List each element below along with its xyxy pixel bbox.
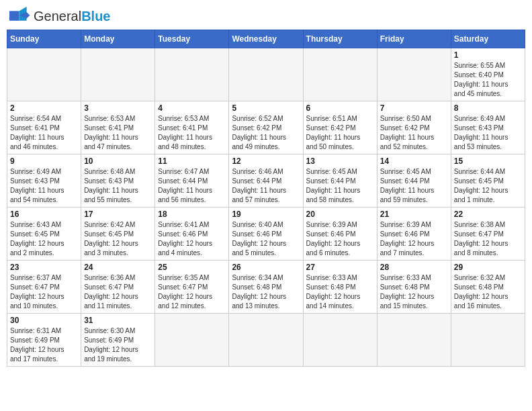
calendar-cell: 22Sunrise: 6:38 AM Sunset: 6:47 PM Dayli… bbox=[451, 208, 525, 261]
calendar-cell: 27Sunrise: 6:33 AM Sunset: 6:48 PM Dayli… bbox=[303, 261, 377, 314]
calendar-cell: 5Sunrise: 6:52 AM Sunset: 6:42 PM Daylig… bbox=[229, 101, 303, 154]
day-info: Sunrise: 6:39 AM Sunset: 6:46 PM Dayligh… bbox=[306, 220, 374, 258]
day-number: 15 bbox=[454, 156, 522, 166]
calendar-cell: 11Sunrise: 6:47 AM Sunset: 6:44 PM Dayli… bbox=[155, 154, 229, 208]
day-info: Sunrise: 6:42 AM Sunset: 6:45 PM Dayligh… bbox=[84, 220, 152, 258]
calendar-cell: 19Sunrise: 6:40 AM Sunset: 6:46 PM Dayli… bbox=[229, 208, 303, 261]
page-header: GeneralBlue bbox=[7, 7, 525, 26]
day-number: 5 bbox=[232, 103, 300, 113]
day-info: Sunrise: 6:54 AM Sunset: 6:41 PM Dayligh… bbox=[10, 114, 78, 152]
weekday-header-wednesday: Wednesday bbox=[229, 30, 303, 48]
day-info: Sunrise: 6:34 AM Sunset: 6:48 PM Dayligh… bbox=[232, 273, 300, 311]
day-number: 23 bbox=[10, 263, 78, 272]
calendar-cell: 3Sunrise: 6:53 AM Sunset: 6:41 PM Daylig… bbox=[81, 101, 155, 154]
day-number: 20 bbox=[306, 210, 374, 219]
day-info: Sunrise: 6:33 AM Sunset: 6:48 PM Dayligh… bbox=[306, 273, 374, 311]
day-number: 22 bbox=[454, 210, 522, 219]
calendar-cell bbox=[377, 48, 451, 101]
day-number: 31 bbox=[84, 316, 152, 325]
day-number: 10 bbox=[84, 156, 152, 166]
day-number: 26 bbox=[232, 263, 300, 272]
weekday-header-row: SundayMondayTuesdayWednesdayThursdayFrid… bbox=[7, 30, 525, 48]
calendar-cell: 12Sunrise: 6:46 AM Sunset: 6:44 PM Dayli… bbox=[229, 154, 303, 208]
day-number: 13 bbox=[306, 156, 374, 166]
calendar-cell: 18Sunrise: 6:41 AM Sunset: 6:46 PM Dayli… bbox=[155, 208, 229, 261]
calendar: SundayMondayTuesdayWednesdayThursdayFrid… bbox=[7, 30, 525, 367]
calendar-cell: 17Sunrise: 6:42 AM Sunset: 6:45 PM Dayli… bbox=[81, 208, 155, 261]
logo-text: GeneralBlue bbox=[34, 9, 111, 24]
logo-icon bbox=[9, 7, 31, 26]
day-number: 28 bbox=[380, 263, 448, 272]
day-number: 14 bbox=[380, 156, 448, 166]
day-info: Sunrise: 6:45 AM Sunset: 6:44 PM Dayligh… bbox=[306, 167, 374, 205]
calendar-week-2: 2Sunrise: 6:54 AM Sunset: 6:41 PM Daylig… bbox=[7, 101, 525, 154]
day-info: Sunrise: 6:51 AM Sunset: 6:42 PM Dayligh… bbox=[306, 114, 374, 152]
calendar-cell: 15Sunrise: 6:44 AM Sunset: 6:45 PM Dayli… bbox=[451, 154, 525, 208]
calendar-cell: 25Sunrise: 6:35 AM Sunset: 6:47 PM Dayli… bbox=[155, 261, 229, 314]
calendar-cell: 7Sunrise: 6:50 AM Sunset: 6:42 PM Daylig… bbox=[377, 101, 451, 154]
day-info: Sunrise: 6:39 AM Sunset: 6:46 PM Dayligh… bbox=[380, 220, 448, 258]
calendar-cell: 24Sunrise: 6:36 AM Sunset: 6:47 PM Dayli… bbox=[81, 261, 155, 314]
day-info: Sunrise: 6:53 AM Sunset: 6:41 PM Dayligh… bbox=[84, 114, 152, 152]
calendar-cell: 28Sunrise: 6:33 AM Sunset: 6:48 PM Dayli… bbox=[377, 261, 451, 314]
calendar-week-3: 9Sunrise: 6:49 AM Sunset: 6:43 PM Daylig… bbox=[7, 154, 525, 208]
day-number: 4 bbox=[158, 103, 226, 113]
weekday-header-thursday: Thursday bbox=[303, 30, 377, 48]
day-number: 11 bbox=[158, 156, 226, 166]
calendar-cell: 20Sunrise: 6:39 AM Sunset: 6:46 PM Dayli… bbox=[303, 208, 377, 261]
calendar-week-6: 30Sunrise: 6:31 AM Sunset: 6:49 PM Dayli… bbox=[7, 314, 525, 367]
calendar-cell: 26Sunrise: 6:34 AM Sunset: 6:48 PM Dayli… bbox=[229, 261, 303, 314]
calendar-cell bbox=[303, 314, 377, 367]
day-info: Sunrise: 6:31 AM Sunset: 6:49 PM Dayligh… bbox=[10, 326, 78, 364]
weekday-header-monday: Monday bbox=[81, 30, 155, 48]
day-number: 18 bbox=[158, 210, 226, 219]
day-number: 7 bbox=[380, 103, 448, 113]
logo-general: General bbox=[34, 9, 81, 24]
calendar-cell: 9Sunrise: 6:49 AM Sunset: 6:43 PM Daylig… bbox=[7, 154, 81, 208]
calendar-cell: 14Sunrise: 6:45 AM Sunset: 6:44 PM Dayli… bbox=[377, 154, 451, 208]
day-number: 3 bbox=[84, 103, 152, 113]
weekday-header-tuesday: Tuesday bbox=[155, 30, 229, 48]
calendar-cell bbox=[229, 314, 303, 367]
day-number: 19 bbox=[232, 210, 300, 219]
calendar-week-1: 1Sunrise: 6:55 AM Sunset: 6:40 PM Daylig… bbox=[7, 48, 525, 101]
day-info: Sunrise: 6:55 AM Sunset: 6:40 PM Dayligh… bbox=[454, 61, 522, 99]
calendar-cell: 16Sunrise: 6:43 AM Sunset: 6:45 PM Dayli… bbox=[7, 208, 81, 261]
calendar-cell: 29Sunrise: 6:32 AM Sunset: 6:48 PM Dayli… bbox=[451, 261, 525, 314]
day-info: Sunrise: 6:47 AM Sunset: 6:44 PM Dayligh… bbox=[158, 167, 226, 205]
day-number: 21 bbox=[380, 210, 448, 219]
day-number: 17 bbox=[84, 210, 152, 219]
weekday-header-sunday: Sunday bbox=[7, 30, 81, 48]
svg-rect-0 bbox=[9, 11, 19, 20]
day-info: Sunrise: 6:49 AM Sunset: 6:43 PM Dayligh… bbox=[10, 167, 78, 205]
calendar-cell bbox=[303, 48, 377, 101]
day-info: Sunrise: 6:36 AM Sunset: 6:47 PM Dayligh… bbox=[84, 273, 152, 311]
calendar-cell bbox=[229, 48, 303, 101]
day-info: Sunrise: 6:46 AM Sunset: 6:44 PM Dayligh… bbox=[232, 167, 300, 205]
day-info: Sunrise: 6:37 AM Sunset: 6:47 PM Dayligh… bbox=[10, 273, 78, 311]
calendar-cell bbox=[155, 314, 229, 367]
calendar-cell: 30Sunrise: 6:31 AM Sunset: 6:49 PM Dayli… bbox=[7, 314, 81, 367]
day-info: Sunrise: 6:52 AM Sunset: 6:42 PM Dayligh… bbox=[232, 114, 300, 152]
day-info: Sunrise: 6:43 AM Sunset: 6:45 PM Dayligh… bbox=[10, 220, 78, 258]
logo: GeneralBlue bbox=[9, 7, 111, 26]
day-number: 9 bbox=[10, 156, 78, 166]
calendar-cell bbox=[155, 48, 229, 101]
calendar-cell bbox=[81, 48, 155, 101]
day-info: Sunrise: 6:41 AM Sunset: 6:46 PM Dayligh… bbox=[158, 220, 226, 258]
day-info: Sunrise: 6:40 AM Sunset: 6:46 PM Dayligh… bbox=[232, 220, 300, 258]
day-number: 25 bbox=[158, 263, 226, 272]
calendar-week-4: 16Sunrise: 6:43 AM Sunset: 6:45 PM Dayli… bbox=[7, 208, 525, 261]
day-info: Sunrise: 6:50 AM Sunset: 6:42 PM Dayligh… bbox=[380, 114, 448, 152]
weekday-header-friday: Friday bbox=[377, 30, 451, 48]
day-number: 27 bbox=[306, 263, 374, 272]
calendar-week-5: 23Sunrise: 6:37 AM Sunset: 6:47 PM Dayli… bbox=[7, 261, 525, 314]
day-number: 16 bbox=[10, 210, 78, 219]
calendar-cell: 10Sunrise: 6:48 AM Sunset: 6:43 PM Dayli… bbox=[81, 154, 155, 208]
day-number: 30 bbox=[10, 316, 78, 325]
day-number: 8 bbox=[454, 103, 522, 113]
day-info: Sunrise: 6:49 AM Sunset: 6:43 PM Dayligh… bbox=[454, 114, 522, 152]
day-info: Sunrise: 6:35 AM Sunset: 6:47 PM Dayligh… bbox=[158, 273, 226, 311]
weekday-header-saturday: Saturday bbox=[451, 30, 525, 48]
day-info: Sunrise: 6:44 AM Sunset: 6:45 PM Dayligh… bbox=[454, 167, 522, 205]
